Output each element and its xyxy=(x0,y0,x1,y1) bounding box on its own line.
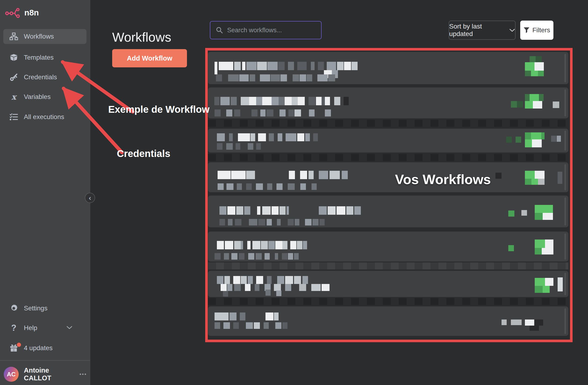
redacted-block xyxy=(228,219,232,226)
user-menu[interactable]: AC Antoine CALLOT ••• xyxy=(4,366,87,382)
redacted-block xyxy=(238,133,250,141)
redacted-block xyxy=(336,206,345,215)
add-workflow-button[interactable]: Add Workflow xyxy=(112,49,187,67)
sidebar-item-credentials[interactable]: Credentials xyxy=(3,70,86,85)
redacted-block xyxy=(214,62,217,74)
redacted-block xyxy=(258,133,266,141)
sort-dropdown[interactable]: Sort by last updated xyxy=(449,21,516,40)
redacted-block xyxy=(246,62,257,70)
redacted-block xyxy=(228,74,239,81)
redacted-block xyxy=(241,276,247,284)
n8n-logo[interactable]: n8n xyxy=(5,7,39,18)
user-options-icon[interactable]: ••• xyxy=(80,371,87,377)
sidebar-item-variables[interactable]: x Variables xyxy=(3,89,86,104)
redacted-block xyxy=(240,313,245,320)
filters-button[interactable]: Filters xyxy=(520,21,553,40)
redacted-block xyxy=(305,219,312,226)
redacted-block xyxy=(303,241,307,249)
redacted-block xyxy=(256,276,263,284)
scrollbar[interactable] xyxy=(564,197,566,226)
redacted-block xyxy=(534,319,543,326)
scrollbar[interactable] xyxy=(564,308,566,334)
redacted-block xyxy=(221,284,227,291)
redacted-block xyxy=(517,319,522,325)
sidebar-item-updates[interactable]: 4 updates xyxy=(3,340,86,356)
redacted-block xyxy=(511,319,517,325)
redacted-block xyxy=(288,183,295,190)
redacted-block xyxy=(220,97,230,105)
redacted-block xyxy=(282,253,288,260)
executions-icon xyxy=(8,113,19,121)
redacted-block xyxy=(294,253,299,260)
redacted-block xyxy=(290,241,296,249)
sidebar-item-settings[interactable]: Settings xyxy=(3,301,86,316)
redacted-block xyxy=(313,219,318,226)
sidebar-item-templates[interactable]: Templates xyxy=(3,50,86,65)
redacted-block xyxy=(236,143,240,150)
workflow-row[interactable] xyxy=(208,306,568,336)
redacted-block xyxy=(558,172,562,184)
sidebar-collapse-button[interactable]: ‹ xyxy=(85,193,95,203)
redacted-block xyxy=(217,276,223,284)
chevron-down-icon xyxy=(509,28,515,32)
redacted-block xyxy=(247,241,251,249)
workflow-row[interactable] xyxy=(208,88,568,118)
redacted-block xyxy=(508,245,514,251)
scrollbar[interactable] xyxy=(564,164,566,190)
redacted-block xyxy=(257,206,260,215)
scrollbar[interactable] xyxy=(564,54,566,82)
workflow-row[interactable] xyxy=(208,231,568,262)
redacted-block xyxy=(251,133,255,141)
redacted-block xyxy=(294,276,301,284)
scrollbar[interactable] xyxy=(564,233,566,260)
workflow-row[interactable] xyxy=(208,52,568,84)
scrollbar[interactable] xyxy=(564,273,566,295)
redacted-block xyxy=(214,313,229,320)
redacted-block xyxy=(268,241,275,249)
redacted-block xyxy=(272,97,279,105)
redacted-block xyxy=(545,205,553,213)
redacted-strip xyxy=(208,262,568,270)
redacted-block xyxy=(244,206,250,215)
scrollbar[interactable] xyxy=(564,131,566,151)
variables-icon: x xyxy=(8,92,19,102)
redacted-block xyxy=(535,213,543,220)
redacted-block xyxy=(531,71,538,76)
search-input[interactable] xyxy=(227,26,312,34)
redacted-block xyxy=(224,253,229,260)
redacted-block xyxy=(525,71,531,76)
redacted-block xyxy=(530,56,536,62)
redacted-block xyxy=(525,139,532,147)
redacted-block xyxy=(275,241,282,249)
sidebar-item-workflows[interactable]: Workflows xyxy=(3,29,86,44)
workflow-row[interactable] xyxy=(208,196,568,227)
redacted-block xyxy=(319,206,327,215)
redacted-block xyxy=(317,74,328,81)
redacted-block xyxy=(557,136,561,142)
redacted-block xyxy=(311,284,321,291)
redacted-block xyxy=(535,171,545,179)
redacted-block xyxy=(262,97,272,105)
workflow-row[interactable] xyxy=(208,129,568,153)
sidebar-item-help[interactable]: ? Help xyxy=(3,320,86,335)
scrollbar[interactable] xyxy=(564,89,566,116)
redacted-block xyxy=(239,253,244,260)
redacted-block xyxy=(224,276,230,284)
redacted-block xyxy=(295,219,299,226)
redacted-block xyxy=(327,62,336,70)
redacted-block xyxy=(256,143,261,150)
avatar: AC xyxy=(4,367,19,382)
redacted-block xyxy=(533,101,542,109)
workflow-row[interactable] xyxy=(208,162,568,192)
redacted-block xyxy=(282,322,288,329)
redacted-block xyxy=(280,74,287,81)
redacted-block xyxy=(535,286,543,293)
redacted-block xyxy=(217,143,223,150)
redacted-block xyxy=(545,240,553,248)
workflow-row[interactable] xyxy=(208,271,568,297)
redacted-block xyxy=(506,136,512,143)
help-icon: ? xyxy=(8,323,19,333)
sidebar-item-all-executions[interactable]: All executions xyxy=(3,110,86,124)
redacted-block xyxy=(256,253,262,260)
redacted-block xyxy=(297,133,304,141)
